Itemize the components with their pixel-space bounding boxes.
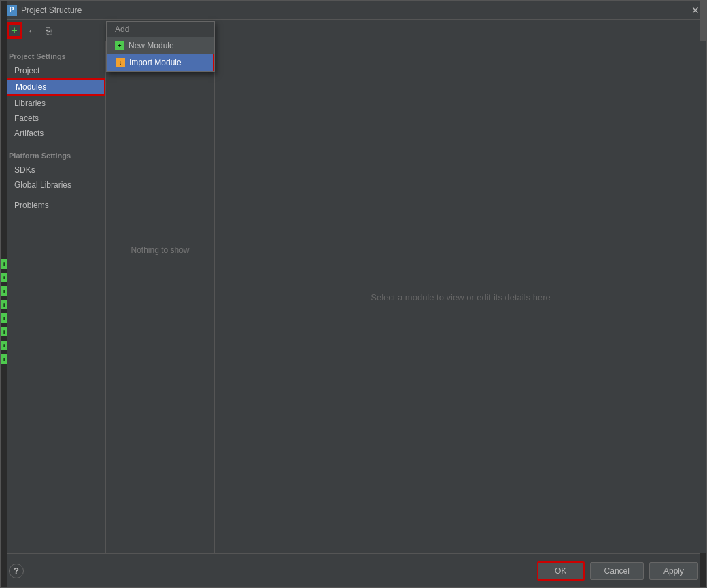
sidebar-item-project[interactable]: Project — [1, 63, 105, 78]
project-settings-section: Project Settings — [1, 47, 105, 63]
sidebar-divider — [1, 141, 105, 146]
split-content: Nothing to show Select a module to view … — [106, 41, 706, 553]
left-gutter: i i i i i i i i — [1, 1, 7, 587]
dialog-body: Project Settings Project Modules Librari… — [1, 41, 706, 553]
new-module-label: New Module — [128, 41, 174, 50]
help-button[interactable]: ? — [9, 564, 24, 578]
gutter-mark: i — [1, 313, 7, 323]
sidebar-item-artifacts[interactable]: Artifacts — [1, 126, 105, 141]
platform-settings-section: Platform Settings — [1, 146, 105, 162]
sidebar-item-global-libraries[interactable]: Global Libraries — [1, 177, 105, 192]
new-module-item[interactable]: + New Module — [107, 37, 214, 54]
new-module-icon: + — [115, 41, 124, 50]
detail-area: Select a module to view or edit its deta… — [215, 41, 706, 553]
gutter-mark: i — [1, 354, 7, 364]
dropdown-header: Add — [107, 22, 214, 37]
gutter-mark: i — [1, 273, 7, 282]
import-module-icon: ↓ — [116, 58, 125, 67]
detail-placeholder-text: Select a module to view or edit its deta… — [370, 292, 550, 302]
app-icon: P — [6, 5, 17, 16]
sidebar-item-modules[interactable]: Modules — [1, 78, 105, 96]
gutter-mark: i — [1, 286, 7, 296]
add-button-wrapper: + — [6, 22, 22, 39]
bottom-bar: ? OK Cancel Apply — [1, 553, 706, 587]
gutter-mark: i — [1, 341, 7, 350]
add-dropdown-menu: Add + New Module ↓ Import Module — [106, 21, 215, 72]
add-button[interactable]: + — [7, 24, 21, 37]
gutter-mark: i — [1, 259, 7, 269]
import-module-item[interactable]: ↓ Import Module — [107, 54, 214, 71]
sidebar: Project Settings Project Modules Librari… — [1, 41, 106, 553]
project-structure-dialog: i i i i i i i i P Project Structure ✕ + … — [0, 0, 707, 588]
module-list-area: Nothing to show — [106, 41, 215, 553]
title-bar-left: P Project Structure — [6, 5, 82, 16]
nothing-to-show-label: Nothing to show — [131, 245, 189, 255]
dialog-title: Project Structure — [21, 5, 82, 15]
gutter-mark: i — [1, 300, 7, 309]
ok-button[interactable]: OK — [537, 561, 585, 581]
sidebar-item-sdks[interactable]: SDKs — [1, 162, 105, 177]
copy-button[interactable]: ⎘ — [41, 24, 55, 37]
content-panel: Nothing to show Select a module to view … — [106, 41, 706, 553]
import-module-label: Import Module — [129, 58, 182, 67]
title-bar: P Project Structure ✕ — [1, 1, 706, 20]
sidebar-item-problems[interactable]: Problems — [1, 198, 105, 213]
apply-button[interactable]: Apply — [649, 562, 698, 580]
sidebar-item-facets[interactable]: Facets — [1, 111, 105, 126]
gutter-mark: i — [1, 327, 7, 336]
back-button[interactable]: ← — [25, 24, 39, 37]
sidebar-item-libraries[interactable]: Libraries — [1, 96, 105, 111]
cancel-button[interactable]: Cancel — [590, 562, 644, 580]
sidebar-divider-2 — [1, 192, 105, 198]
